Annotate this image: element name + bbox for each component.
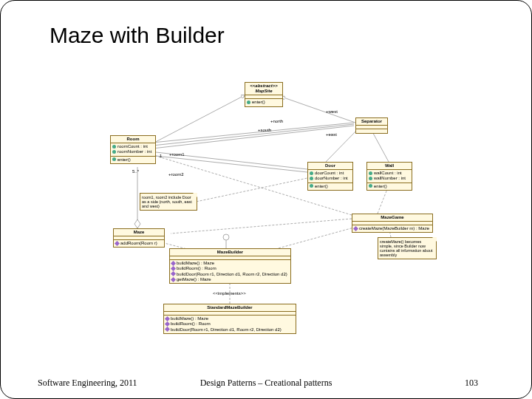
label-room1: +room1 xyxy=(169,152,185,157)
op: buildRoom() : Room xyxy=(177,266,216,270)
op: buildDoor(Room r1, Direction d1, Room r2… xyxy=(171,327,282,332)
label-north: +north xyxy=(270,119,283,123)
svg-line-11 xyxy=(185,178,307,204)
op: buildMaze() : Maze xyxy=(171,316,208,321)
op: enter() xyxy=(117,157,131,162)
class-door: Door doorCount : int doorNumber : int en… xyxy=(307,162,353,191)
svg-line-4 xyxy=(152,123,354,143)
class-wall: Wall wallCount : int wallNumber : int en… xyxy=(366,162,412,191)
footer-right: 103 xyxy=(465,378,478,389)
svg-line-0 xyxy=(150,95,245,145)
class-separator: Separator xyxy=(355,117,388,134)
op: enter() xyxy=(315,184,328,188)
class-name: Separator xyxy=(356,118,387,126)
class-name: MazeGame xyxy=(352,214,432,222)
class-mazegame: MazeGame createMaze(MazeBuilder m) : Maz… xyxy=(352,214,433,233)
attr: doorNumber : int xyxy=(315,176,348,180)
class-standardmazebuilder: StandardMazeBuilder buildMaze() : Maze b… xyxy=(163,304,296,334)
op: getMaze() : Maze xyxy=(177,277,211,282)
class-name: Room xyxy=(111,136,155,143)
op: buildRoom() : Room xyxy=(171,321,211,326)
slide-title: Maze with Builder xyxy=(50,23,225,48)
label-east: +east xyxy=(326,132,337,137)
label-south: +south xyxy=(258,128,271,132)
svg-line-1 xyxy=(282,97,355,123)
footer-center: Design Patterns – Creational patterns xyxy=(1,378,531,389)
label-one: 1 xyxy=(160,154,162,158)
label-five: 5..* xyxy=(132,169,139,174)
class-name: Door xyxy=(308,163,352,170)
attr: doorCount : int xyxy=(315,171,344,175)
svg-line-12 xyxy=(171,219,352,233)
attr: roomCount : int xyxy=(117,144,148,149)
class-maze: Maze addRoom(Room r) xyxy=(113,228,165,248)
uml-diagram: <<abstract>> MapSite enter() Room roomCo… xyxy=(97,82,466,348)
class-room: Room roomCount : int roomNumber : int en… xyxy=(110,135,156,164)
class-name: Maze xyxy=(114,229,164,236)
svg-point-19 xyxy=(223,234,229,240)
label-room2: +room2 xyxy=(168,172,184,177)
class-name: StandardMazeBuilder xyxy=(164,304,296,312)
op: enter() xyxy=(252,100,265,104)
class-name: MapSite xyxy=(247,89,281,94)
svg-line-6 xyxy=(152,126,354,149)
attr: roomNumber : int xyxy=(117,149,151,154)
op: buildMaze() : Maze xyxy=(177,261,214,265)
op: createMaze(MazeBuilder m) : Maze xyxy=(359,226,429,231)
label-west: +west xyxy=(326,109,338,114)
op: buildDoor(Room r1, Direction d1, Room r2… xyxy=(177,272,287,276)
class-mapsite: <<abstract>> MapSite enter() xyxy=(245,82,283,107)
svg-line-8 xyxy=(156,156,307,172)
class-name: MazeBuilder xyxy=(170,249,290,256)
attr: wallCount : int xyxy=(374,171,402,175)
op: addRoom(Room r) xyxy=(120,241,157,245)
svg-marker-10 xyxy=(134,219,140,228)
svg-line-5 xyxy=(152,124,354,146)
class-name: Wall xyxy=(367,163,412,170)
class-mazebuilder: MazeBuilder buildMaze() : Maze buildRoom… xyxy=(169,248,291,284)
note-roomdoor: room1, room2 include Door as a side (nor… xyxy=(140,193,197,211)
stereotype: <<abstract>> xyxy=(247,83,281,89)
note-createmaze: createMaze() becomes simple, since Build… xyxy=(378,237,437,259)
label-implements: <<implements>> xyxy=(213,291,246,296)
op: enter() xyxy=(374,184,387,188)
attr: wallNumber : int xyxy=(374,176,406,180)
